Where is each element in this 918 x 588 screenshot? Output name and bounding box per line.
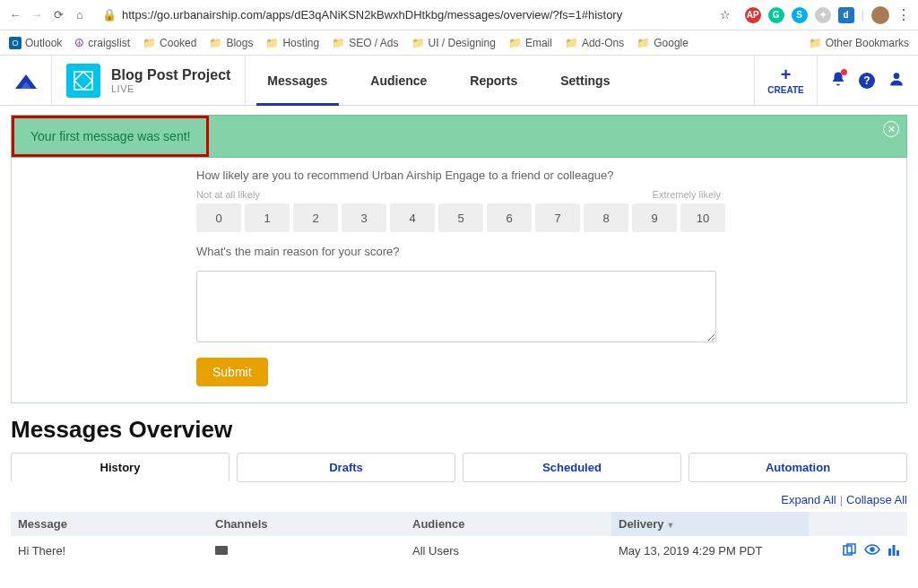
expand-all-link[interactable]: Expand All [781,493,836,506]
nps-0[interactable]: 0 [196,203,241,232]
d-extension-icon[interactable]: d [838,7,854,23]
messages-table: Message Channels Audience Delivery▼ Hi T… [11,512,907,566]
forward-button[interactable]: → [29,7,45,23]
cell-message: Hi There! [11,536,208,566]
nps-3[interactable]: 3 [342,203,386,232]
header-actions: ? [817,56,918,105]
project-title: Blog Post Project [111,67,230,83]
notification-dot [841,69,847,75]
scale-min-label: Not at all likely [196,189,260,200]
overview-tabs: History Drafts Scheduled Automation [11,453,907,482]
collapse-all-link[interactable]: Collapse All [846,493,907,506]
nps-4[interactable]: 4 [390,203,435,232]
nav-messages[interactable]: Messages [246,56,349,105]
stats-icon[interactable] [888,543,900,558]
notifications-icon[interactable] [830,71,846,90]
nps-6[interactable]: 6 [487,203,532,232]
col-audience[interactable]: Audience [405,512,611,536]
svg-rect-6 [893,545,896,556]
svg-rect-7 [896,550,899,556]
bookmark-ui[interactable]: UI / Designing [411,37,496,49]
address-bar[interactable]: 🔒 https://go.urbanairship.com/apps/dE3qA… [93,4,740,27]
row-actions [816,543,900,558]
lock-icon: 🔒 [102,8,117,22]
user-icon[interactable] [888,70,905,91]
reason-textarea[interactable] [196,271,716,342]
app-logo[interactable] [0,56,52,105]
view-icon[interactable] [864,543,880,558]
bookmark-craigslist[interactable]: ☮craigslist [74,37,130,49]
tab-drafts[interactable]: Drafts [237,453,455,482]
bookmark-email[interactable]: Email [508,37,552,49]
bookmark-hosting[interactable]: Hosting [265,37,319,49]
browser-toolbar: ← → ⟳ ⌂ 🔒 https://go.urbanairship.com/ap… [0,0,918,30]
col-actions [809,512,907,536]
url-text: https://go.urbanairship.com/apps/dE3qANi… [122,8,714,22]
cell-delivery: May 13, 2019 4:29 PM PDT [611,536,809,566]
app-header: Blog Post Project LIVE Messages Audience… [0,56,918,106]
star-icon[interactable]: ☆ [720,8,731,22]
nps-7[interactable]: 7 [535,203,580,232]
nav-settings[interactable]: Settings [539,56,631,105]
project-selector[interactable]: Blog Post Project LIVE [52,56,246,105]
svg-point-1 [894,73,900,79]
page-title: Messages Overview [11,416,907,444]
col-delivery[interactable]: Delivery▼ [611,512,809,536]
close-icon[interactable]: ✕ [883,121,899,137]
bookmark-seo[interactable]: SEO / Ads [332,37,398,49]
main-nav: Messages Audience Reports Settings [246,56,754,105]
home-button[interactable]: ⌂ [72,7,88,23]
bookmark-addons[interactable]: Add-Ons [565,37,624,49]
project-status: LIVE [111,83,230,94]
create-button[interactable]: + CREATE [754,56,817,105]
success-alert: Your first message was sent! ✕ [11,115,907,158]
page-content: Your first message was sent! ✕ How likel… [0,106,918,584]
grammarly-extension-icon[interactable]: G [768,7,784,23]
bookmark-outlook[interactable]: OOutlook [9,37,62,49]
nps-2[interactable]: 2 [293,203,338,232]
cell-audience: All Users [405,536,611,566]
nps-10[interactable]: 10 [680,203,725,232]
help-icon[interactable]: ? [859,73,875,89]
cell-channels [208,536,405,566]
survey-panel: How likely are you to recommend Urban Ai… [11,158,907,403]
col-message[interactable]: Message [11,512,208,536]
bookmark-blogs[interactable]: Blogs [209,37,253,49]
plus-icon: + [781,65,792,83]
tab-history[interactable]: History [11,453,230,482]
chrome-menu-icon[interactable]: ⋮ [896,6,911,23]
table-header-row: Message Channels Audience Delivery▼ [11,512,907,536]
reload-button[interactable]: ⟳ [50,7,66,23]
scale-max-label: Extremely likely [653,189,721,200]
nps-9[interactable]: 9 [632,203,677,232]
submit-button[interactable]: Submit [196,358,268,386]
svg-rect-5 [888,549,891,556]
nps-scale: 0 1 2 3 4 5 6 7 8 9 10 [196,203,752,232]
nav-audience[interactable]: Audience [349,56,448,105]
project-icon [66,64,100,98]
copy-icon[interactable] [843,543,857,558]
nps-1[interactable]: 1 [245,203,290,232]
svg-rect-0 [74,72,92,90]
table-row[interactable]: Hi There! All Users May 13, 2019 4:29 PM… [11,536,907,566]
nav-reports[interactable]: Reports [448,56,539,105]
bookmarks-bar: OOutlook ☮craigslist Cooked Blogs Hostin… [0,30,918,56]
col-channels[interactable]: Channels [208,512,405,536]
abp-extension-icon[interactable]: AP [745,7,761,23]
extension-icon[interactable]: ✦ [815,7,831,23]
profile-avatar[interactable] [871,6,889,24]
skype-extension-icon[interactable]: S [792,7,808,23]
nps-5[interactable]: 5 [438,203,483,232]
survey-question-2: What's the main reason for your score? [196,245,752,258]
bookmark-cooked[interactable]: Cooked [143,37,196,49]
sort-desc-icon: ▼ [667,521,675,530]
svg-point-4 [870,548,874,551]
other-bookmarks[interactable]: Other Bookmarks [809,37,909,49]
bookmark-google[interactable]: Google [637,37,688,49]
nps-8[interactable]: 8 [584,203,628,232]
table-controls: Expand All | Collapse All [11,493,907,506]
tab-automation[interactable]: Automation [688,453,907,482]
back-button[interactable]: ← [7,7,23,23]
extension-icons: AP G S ✦ d | ⋮ [745,6,911,24]
tab-scheduled[interactable]: Scheduled [463,453,681,482]
